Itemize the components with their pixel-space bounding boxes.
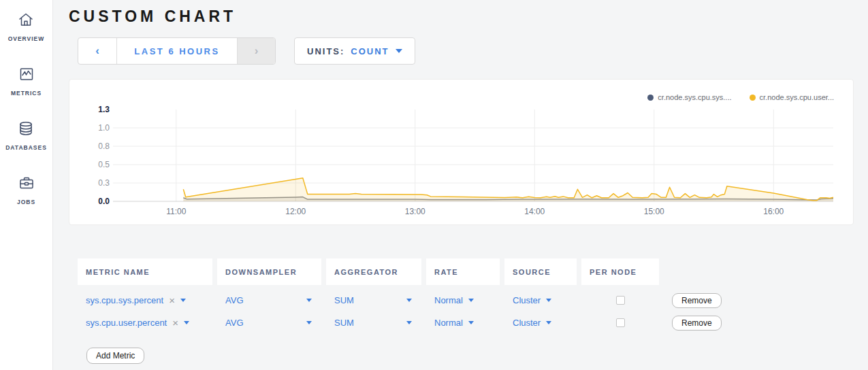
svg-text:1.3: 1.3 [98,105,110,114]
source-select[interactable]: Cluster [513,318,551,328]
metrics-table: METRIC NAME DOWNSAMPLER AGGREGATOR RATE … [78,258,868,364]
column-header-downsampler: DOWNSAMPLER [217,258,321,285]
caret-down-icon [180,299,186,302]
column-header-metric-name: METRIC NAME [78,258,212,285]
svg-text:0.0: 0.0 [98,197,110,206]
rate-select[interactable]: Normal [434,318,474,328]
legend-label: cr.node.sys.cpu.sys.... [658,93,731,101]
sidebar-item-label: OVERVIEW [8,35,45,42]
metric-name-select[interactable]: sys.cpu.sys.percent × [86,295,186,305]
remove-button[interactable]: Remove [672,293,722,308]
per-node-checkbox[interactable] [616,296,625,305]
rate-value: Normal [434,318,463,328]
time-next-button[interactable]: › [237,38,275,64]
column-header-per-node: PER NODE [581,258,659,285]
sidebar-item-label: METRICS [11,90,42,97]
controls-row: ‹ LAST 6 HOURS › UNITS: COUNT [78,37,868,65]
svg-text:0.3: 0.3 [98,178,110,188]
sidebar-item-databases[interactable]: DATABASES [5,120,47,151]
table-header: METRIC NAME DOWNSAMPLER AGGREGATOR RATE … [78,258,868,285]
legend-dot-icon [647,95,654,101]
downsampler-value: AVG [225,295,244,305]
caret-down-icon [468,321,474,324]
caret-down-icon [306,321,312,324]
caret-down-icon [406,299,412,302]
clear-metric-icon[interactable]: × [169,295,175,305]
caret-down-icon [468,299,474,302]
caret-down-icon [546,321,551,324]
aggregator-select[interactable]: SUM [334,295,421,305]
downsampler-select[interactable]: AVG [225,295,321,305]
caret-down-icon [184,321,189,324]
svg-text:0.8: 0.8 [98,141,110,151]
metric-name-value: sys.cpu.user.percent [86,318,167,328]
aggregator-value: SUM [334,318,354,328]
svg-text:13:00: 13:00 [405,207,425,216]
rate-select[interactable]: Normal [434,295,474,305]
jobs-icon [18,174,35,195]
table-row: sys.cpu.sys.percent × AVG SUM Normal [78,289,868,312]
metric-name-value: sys.cpu.sys.percent [86,295,163,305]
downsampler-value: AVG [225,318,244,328]
time-range-dropdown[interactable]: LAST 6 HOURS [117,38,237,64]
clear-metric-icon[interactable]: × [172,318,178,328]
per-node-checkbox[interactable] [616,318,625,327]
svg-text:11:00: 11:00 [166,207,186,216]
legend-label: cr.node.sys.cpu.user... [760,93,834,101]
remove-button[interactable]: Remove [672,316,722,331]
svg-text:0.5: 0.5 [98,160,110,169]
units-selector[interactable]: UNITS: COUNT [294,37,415,65]
units-label: UNITS: [307,46,344,56]
time-prev-button[interactable]: ‹ [78,38,117,64]
sidebar-item-metrics[interactable]: METRICS [11,65,42,97]
sidebar: OVERVIEW METRICS DATABASES [0,0,53,370]
svg-text:1.0: 1.0 [98,123,110,133]
add-metric-button[interactable]: Add Metric [86,348,144,364]
sidebar-item-label: JOBS [17,199,35,205]
sidebar-item-overview[interactable]: OVERVIEW [8,11,45,42]
caret-down-icon [546,299,551,302]
home-icon [17,11,35,31]
column-header-source: SOURCE [504,258,577,285]
source-value: Cluster [513,295,541,305]
sidebar-item-jobs[interactable]: JOBS [17,174,35,205]
svg-text:16:00: 16:00 [763,207,784,216]
caret-down-icon [406,321,412,324]
legend-item[interactable]: cr.node.sys.cpu.user... [750,93,834,101]
main-content: CUSTOM CHART ‹ LAST 6 HOURS › UNITS: COU… [54,7,868,364]
table-row: sys.cpu.user.percent × AVG SUM Normal [78,312,868,334]
source-select[interactable]: Cluster [513,295,551,305]
time-range-selector: ‹ LAST 6 HOURS › [78,37,276,65]
svg-text:14:00: 14:00 [524,207,545,216]
caret-down-icon [396,49,402,53]
metric-name-select[interactable]: sys.cpu.user.percent × [86,318,189,328]
source-value: Cluster [513,318,541,328]
aggregator-value: SUM [334,295,354,305]
chart-legend: cr.node.sys.cpu.sys.... cr.node.sys.cpu.… [647,93,834,101]
page-title: CUSTOM CHART [69,7,868,26]
sidebar-item-label: DATABASES [5,144,47,151]
rate-value: Normal [434,295,463,305]
svg-text:15:00: 15:00 [644,207,664,216]
units-value: COUNT [351,46,389,56]
column-header-rate: RATE [426,258,500,285]
chevron-left-icon: ‹ [95,44,99,58]
metrics-icon [18,65,35,86]
aggregator-select[interactable]: SUM [334,318,421,328]
database-icon [17,120,35,140]
svg-text:12:00: 12:00 [285,207,306,216]
chart-panel: 11:0012:0013:0014:0015:0016:000.00.30.50… [69,79,854,225]
downsampler-select[interactable]: AVG [225,318,321,328]
legend-dot-icon [750,95,756,101]
caret-down-icon [306,299,312,302]
legend-item[interactable]: cr.node.sys.cpu.sys.... [647,93,731,101]
column-header-aggregator: AGGREGATOR [326,258,421,285]
chevron-right-icon: › [255,44,259,58]
